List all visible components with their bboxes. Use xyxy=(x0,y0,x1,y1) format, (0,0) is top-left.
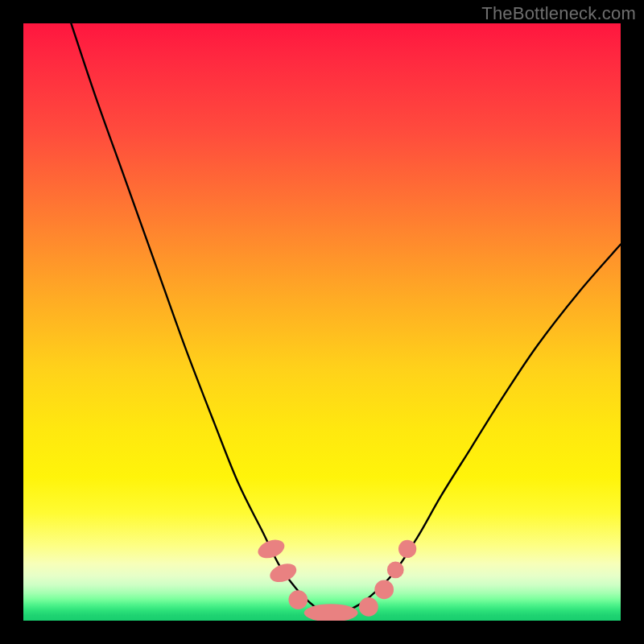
marker-4 xyxy=(359,597,378,617)
marker-2 xyxy=(288,590,308,609)
plot-area xyxy=(23,23,621,621)
marker-6 xyxy=(387,562,404,579)
marker-1 xyxy=(267,560,299,585)
data-markers xyxy=(23,23,621,621)
watermark-text: TheBottleneck.com xyxy=(481,3,636,24)
marker-7 xyxy=(398,540,416,558)
marker-0 xyxy=(255,536,287,561)
chart-frame: TheBottleneck.com xyxy=(0,0,644,644)
marker-5 xyxy=(374,580,394,600)
marker-3 xyxy=(304,604,358,621)
